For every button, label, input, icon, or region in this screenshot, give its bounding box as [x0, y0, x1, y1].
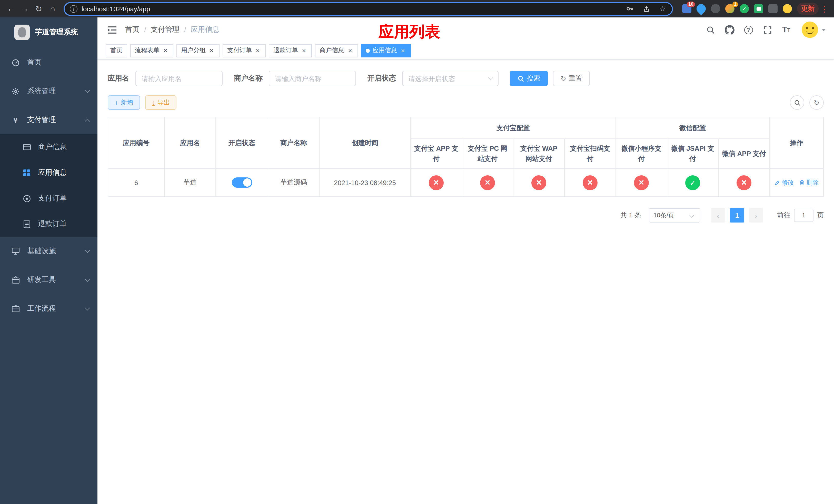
cell-alipay-wap [513, 168, 565, 197]
sidebar-item-label: 支付订单 [38, 194, 67, 203]
tab-refund-order[interactable]: 退款订单 [269, 44, 312, 57]
breadcrumb-item-home[interactable]: 首页 [125, 25, 139, 35]
bookmark-star-icon[interactable] [657, 3, 669, 15]
sidebar-logo[interactable]: 芋道管理系统 [0, 18, 97, 47]
sidebar-item-infrastructure[interactable]: 基础设施 [0, 237, 97, 266]
merchant-name-input[interactable] [269, 71, 356, 86]
sidebar-item-refund-order[interactable]: 退款订单 [0, 211, 97, 237]
sidebar-item-label: 退款订单 [38, 220, 67, 229]
delete-link[interactable]: 删除 [799, 178, 819, 187]
close-icon[interactable] [347, 47, 353, 54]
browser-home-icon[interactable] [46, 2, 60, 16]
sidebar-item-pay[interactable]: 支付管理 [0, 106, 97, 134]
sidebar-item-system[interactable]: 系统管理 [0, 77, 97, 106]
tab-pay-order[interactable]: 支付订单 [223, 44, 266, 57]
browser-update-button[interactable]: 更新 [797, 3, 819, 15]
app-name-input[interactable] [135, 71, 223, 86]
site-info-icon[interactable] [70, 5, 78, 13]
prev-page-button[interactable] [711, 208, 725, 223]
status-toggle[interactable] [232, 177, 252, 188]
col-header-alipay-qr: 支付宝扫码支付 [565, 139, 616, 168]
extension-puzzle-icon[interactable] [768, 4, 777, 13]
gear-icon [10, 87, 21, 95]
address-bar[interactable]: localhost:1024/pay/app [64, 2, 673, 16]
next-page-button[interactable] [749, 208, 763, 223]
tab-home[interactable]: 首页 [106, 44, 127, 57]
status-select-input[interactable] [402, 71, 499, 86]
close-icon[interactable] [399, 47, 406, 54]
sidebar-item-app-info[interactable]: 应用信息 [0, 160, 97, 186]
page-unit-label: 页 [817, 211, 824, 220]
tab-merchant-info[interactable]: 商户信息 [315, 44, 358, 57]
extension-grid-icon[interactable]: 10 [682, 4, 692, 13]
show-search-button[interactable] [790, 95, 804, 110]
question-mark-icon [744, 25, 753, 34]
search-button[interactable]: 搜索 [510, 71, 548, 86]
browser-back-icon[interactable] [4, 2, 18, 16]
tab-user-group[interactable]: 用户分组 [176, 44, 220, 57]
export-button-label: 导出 [157, 98, 170, 107]
sidebar-item-dev-tools[interactable]: 研发工具 [0, 266, 97, 294]
extension-drop-icon[interactable] [695, 2, 708, 15]
avatar-eye [806, 27, 808, 29]
row-actions: 修改 删除 [774, 178, 819, 187]
hamburger-icon[interactable] [103, 23, 122, 37]
sidebar-item-label: 商户信息 [38, 142, 67, 152]
extension-face-icon[interactable] [783, 4, 792, 13]
status-label: 开启状态 [367, 74, 396, 83]
page-size-select[interactable]: 10条/页 [649, 208, 700, 223]
browser-reload-icon[interactable] [32, 2, 46, 16]
breadcrumb-separator: / [184, 26, 186, 34]
col-header-status: 开启状态 [216, 117, 268, 168]
close-icon[interactable] [255, 47, 261, 54]
tab-process-form[interactable]: 流程表单 [130, 44, 173, 57]
close-icon[interactable] [208, 47, 215, 54]
table-row: 6 芋道 芋道源码 2021-10-23 08:49:25 [108, 168, 824, 197]
reset-button[interactable]: 重置 [553, 71, 590, 86]
page-number-button[interactable]: 1 [730, 208, 744, 223]
font-size-icon[interactable]: TT [781, 24, 792, 36]
breadcrumb-item-pay[interactable]: 支付管理 [151, 25, 179, 35]
group-header-wechat: 微信配置 [616, 117, 770, 139]
refresh-table-button[interactable] [809, 95, 824, 110]
url-text[interactable]: localhost:1024/pay/app [82, 5, 150, 13]
col-header-wechat-mini: 微信小程序支付 [616, 139, 667, 168]
close-icon[interactable] [301, 47, 307, 54]
sidebar-item-home[interactable]: 首页 [0, 48, 97, 77]
goto-label: 前往 [777, 211, 790, 220]
browser-forward-icon[interactable] [18, 2, 32, 16]
password-key-icon[interactable] [624, 3, 636, 15]
edit-link[interactable]: 修改 [774, 178, 794, 187]
export-button[interactable]: 导出 [145, 95, 176, 110]
sidebar-item-pay-order[interactable]: 支付订单 [0, 186, 97, 211]
close-icon[interactable] [162, 47, 169, 54]
status-select[interactable] [402, 71, 499, 86]
extension-dark-icon[interactable] [711, 4, 720, 13]
sidebar-item-merchant-info[interactable]: 商户信息 [0, 134, 97, 160]
search-icon[interactable] [705, 24, 716, 36]
col-header-actions: 操作 [770, 117, 824, 168]
chevron-down-icon [85, 305, 90, 310]
sidebar-menu: 首页 系统管理 支付管理 商户信息 [0, 47, 97, 504]
navbar-actions: TT [705, 22, 826, 38]
help-icon[interactable] [743, 24, 754, 36]
user-avatar-menu[interactable] [802, 22, 826, 38]
table-tools [790, 95, 824, 110]
extension-badge: 10 [687, 2, 695, 7]
browser-menu-icon[interactable] [819, 4, 830, 14]
tab-app-info[interactable]: 应用信息 [361, 44, 411, 57]
github-icon[interactable] [724, 24, 735, 36]
fullscreen-icon[interactable] [762, 24, 773, 36]
extension-check-icon[interactable] [740, 4, 749, 13]
sidebar-item-workflow[interactable]: 工作流程 [0, 294, 97, 323]
download-icon [152, 99, 155, 106]
cell-merchant: 芋道源码 [268, 168, 319, 197]
share-icon[interactable] [640, 3, 653, 15]
goto-page-input[interactable] [794, 209, 813, 222]
add-button[interactable]: 新增 [108, 95, 140, 110]
plus-icon [114, 99, 118, 107]
chevron-down-icon [85, 88, 90, 93]
extension-chat-icon[interactable] [754, 4, 763, 13]
extension-avatar-icon[interactable]: 1 [725, 4, 734, 13]
tab-label: 首页 [110, 46, 123, 55]
